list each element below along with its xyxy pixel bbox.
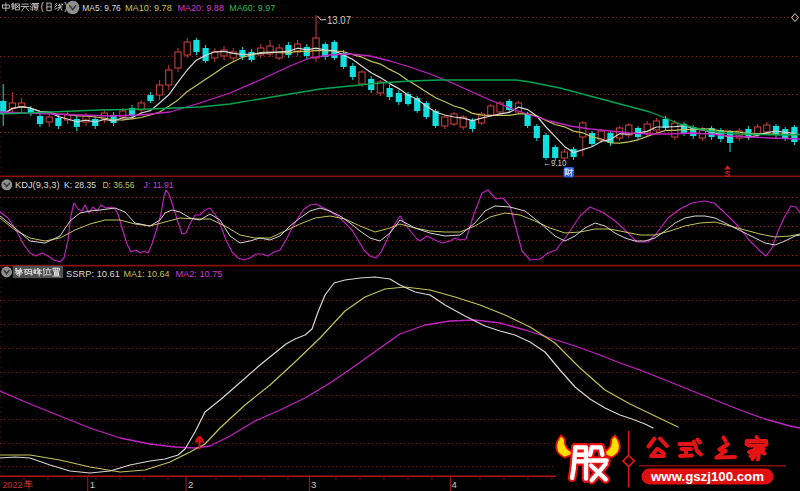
svg-text:MA5: 9.76: MA5: 9.76: [82, 2, 121, 13]
svg-text:K: 28.35: K: 28.35: [64, 179, 96, 190]
svg-text:1: 1: [90, 479, 95, 490]
svg-text:www.gszj100.com: www.gszj100.com: [650, 469, 764, 484]
svg-text:MA2: 10.75: MA2: 10.75: [175, 268, 222, 279]
svg-text:S: S: [725, 169, 731, 179]
svg-text:4: 4: [452, 479, 458, 490]
svg-text:KDJ(9,3,3): KDJ(9,3,3): [15, 179, 60, 190]
svg-text:D: 36.56: D: 36.56: [102, 179, 134, 190]
svg-text:MA60: 9.97: MA60: 9.97: [229, 2, 275, 13]
svg-text:2022: 2022: [2, 479, 23, 490]
svg-text:J: 11.91: J: 11.91: [144, 179, 174, 190]
svg-text:MA10: 9.78: MA10: 9.78: [125, 2, 172, 13]
svg-text:3: 3: [311, 479, 316, 490]
svg-text:MA20: 9.88: MA20: 9.88: [177, 2, 224, 13]
svg-text:13.07: 13.07: [327, 14, 351, 26]
svg-text:SSRP: 10.61: SSRP: 10.61: [66, 268, 120, 279]
svg-text:←9.10: ←9.10: [543, 158, 567, 168]
svg-text:MA1: 10.64: MA1: 10.64: [124, 268, 170, 279]
svg-text:2: 2: [188, 479, 193, 490]
